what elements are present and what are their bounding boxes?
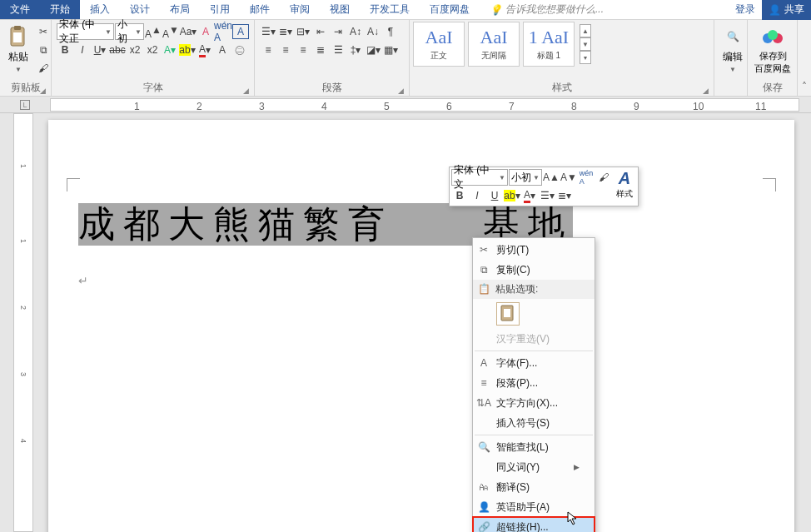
- ctx-copy[interactable]: ⧉复制(C): [473, 260, 595, 280]
- mini-format-painter[interactable]: 🖌: [595, 169, 612, 186]
- ctx-paragraph[interactable]: ≡段落(P)...: [473, 373, 595, 393]
- mini-shrink[interactable]: A▼: [560, 169, 577, 186]
- chevron-down-icon: ▼: [15, 66, 22, 73]
- italic-button[interactable]: I: [74, 42, 91, 58]
- style-scroll-down[interactable]: ▼: [580, 37, 591, 51]
- bullets-button[interactable]: ☰▾: [260, 23, 276, 40]
- ctx-synonyms[interactable]: 同义词(Y)▶: [473, 457, 595, 477]
- enclose-button[interactable]: ㊁: [231, 42, 248, 58]
- tab-view[interactable]: 视图: [320, 0, 360, 19]
- ctx-smart-lookup[interactable]: 🔍智能查找(L): [473, 437, 595, 457]
- mini-highlight[interactable]: ab▾: [504, 187, 520, 204]
- font-color-button[interactable]: A▾: [197, 42, 213, 58]
- launcher-icon[interactable]: ◢: [398, 87, 404, 95]
- show-marks-button[interactable]: ¶: [382, 23, 399, 40]
- line-spacing-button[interactable]: ‡▾: [347, 42, 364, 58]
- cut-button[interactable]: ✂: [35, 23, 52, 40]
- format-painter-button[interactable]: 🖌: [35, 60, 52, 77]
- inc-indent-button[interactable]: ⇥: [330, 23, 346, 40]
- text-direction-button[interactable]: A↕: [347, 23, 364, 40]
- ctx-hyperlink[interactable]: 🔗超链接(H)...: [473, 517, 595, 532]
- style-heading1[interactable]: 1 AaI标题 1: [523, 22, 575, 67]
- superscript-button[interactable]: x2: [144, 42, 161, 58]
- numbering-button[interactable]: ≣▾: [277, 23, 294, 40]
- tab-review[interactable]: 审阅: [280, 0, 320, 19]
- align-right-button[interactable]: ≡: [295, 42, 311, 58]
- shrink-font-button[interactable]: A▼: [162, 23, 179, 40]
- horizontal-ruler[interactable]: 1234567891011: [50, 98, 799, 112]
- phonetic-button[interactable]: wénA: [215, 23, 231, 40]
- login-link[interactable]: 登录: [729, 2, 762, 17]
- tab-developer[interactable]: 开发工具: [360, 0, 420, 19]
- launcher-icon[interactable]: ◢: [243, 87, 249, 95]
- mini-color[interactable]: A▾: [521, 187, 538, 204]
- tab-file[interactable]: 文件: [0, 0, 40, 19]
- copy-button[interactable]: ⧉: [35, 42, 52, 58]
- tab-layout[interactable]: 布局: [160, 0, 200, 19]
- grow-font-button[interactable]: A▲: [145, 23, 162, 40]
- tab-selector[interactable]: L: [20, 100, 30, 110]
- launcher-icon[interactable]: ◢: [703, 87, 709, 95]
- strike-button[interactable]: abc: [109, 42, 126, 58]
- tab-insert[interactable]: 插入: [80, 0, 120, 19]
- save-baidu-button[interactable]: 保存到 百度网盘: [751, 22, 794, 78]
- ctx-translate[interactable]: 🗛翻译(S): [473, 477, 595, 497]
- style-scroll-up[interactable]: ▲: [580, 24, 591, 37]
- font-name-select[interactable]: 宋体 (中文正▼: [57, 23, 114, 40]
- sort-button[interactable]: A↓: [365, 23, 381, 40]
- document-page[interactable]: 成都大熊猫繁育 基地 ↵: [48, 120, 794, 532]
- tell-me[interactable]: 💡告诉我您想要做什么...: [480, 0, 614, 19]
- ctx-cut[interactable]: ✂剪切(T): [473, 240, 595, 260]
- collapse-ribbon[interactable]: ˄: [798, 20, 811, 96]
- align-left-button[interactable]: ≡: [260, 42, 276, 58]
- tab-mail[interactable]: 邮件: [240, 0, 280, 19]
- mini-grow[interactable]: A▲: [543, 169, 560, 186]
- mini-font-select[interactable]: 宋体 (中文▼: [451, 169, 508, 186]
- underline-button[interactable]: U▾: [92, 42, 108, 58]
- mini-bold[interactable]: B: [451, 187, 468, 204]
- clear-format-button[interactable]: A: [197, 23, 214, 40]
- copy-icon: ⧉: [476, 262, 491, 277]
- align-distribute-button[interactable]: ☰: [330, 42, 346, 58]
- mini-size-select[interactable]: 小初▼: [509, 169, 542, 186]
- ctx-symbol[interactable]: 插入符号(S): [473, 413, 595, 433]
- mini-bullets[interactable]: ☰▾: [539, 187, 555, 204]
- align-center-button[interactable]: ≡: [277, 42, 294, 58]
- highlight-button[interactable]: ab▾: [179, 42, 196, 58]
- mini-italic[interactable]: I: [469, 187, 485, 204]
- ctx-font[interactable]: A字体(F)...: [473, 353, 595, 373]
- mini-styles-button[interactable]: A 样式: [613, 169, 636, 204]
- ctx-text-direction[interactable]: ⇅A文字方向(X)...: [473, 393, 595, 413]
- text-effects-button[interactable]: A▾: [162, 42, 178, 58]
- char-border-button[interactable]: A: [232, 24, 249, 39]
- share-button[interactable]: 👤共享: [762, 0, 811, 20]
- tab-references[interactable]: 引用: [200, 0, 240, 19]
- char-shading-button[interactable]: A: [214, 42, 231, 58]
- font-size-select[interactable]: 小初▼: [115, 23, 144, 40]
- dec-indent-button[interactable]: ⇤: [312, 23, 329, 40]
- mini-phonetic[interactable]: wénA: [578, 169, 595, 186]
- ctx-english[interactable]: 👤英语助手(A): [473, 497, 595, 517]
- find-button[interactable]: 🔍编辑▼: [718, 22, 748, 77]
- paste-button[interactable]: 粘贴 ▼: [3, 22, 33, 77]
- paste-keep-source[interactable]: [496, 302, 520, 326]
- multilevel-button[interactable]: ⊟▾: [295, 23, 311, 40]
- shading-button[interactable]: ◪▾: [365, 42, 381, 58]
- tab-baidu[interactable]: 百度网盘: [420, 0, 480, 19]
- style-normal[interactable]: AaI正文: [413, 22, 465, 67]
- align-justify-button[interactable]: ≣: [312, 42, 329, 58]
- launcher-icon[interactable]: ◢: [40, 87, 46, 95]
- font-a-icon: A: [476, 355, 491, 370]
- style-nospace[interactable]: AaI无间隔: [468, 22, 520, 67]
- borders-button[interactable]: ▦▾: [382, 42, 399, 58]
- vertical-ruler[interactable]: 11234: [13, 113, 33, 532]
- tab-home[interactable]: 开始: [40, 0, 80, 19]
- style-expand[interactable]: ▾: [580, 51, 591, 64]
- bold-button[interactable]: B: [57, 42, 73, 58]
- mini-numbering[interactable]: ≣▾: [556, 187, 573, 204]
- change-case-button[interactable]: Aa▾: [180, 23, 197, 40]
- ctx-paste-header: 📋粘贴选项:: [473, 280, 595, 299]
- subscript-button[interactable]: x2: [127, 42, 143, 58]
- mini-underline[interactable]: U: [486, 187, 503, 204]
- tab-design[interactable]: 设计: [120, 0, 160, 19]
